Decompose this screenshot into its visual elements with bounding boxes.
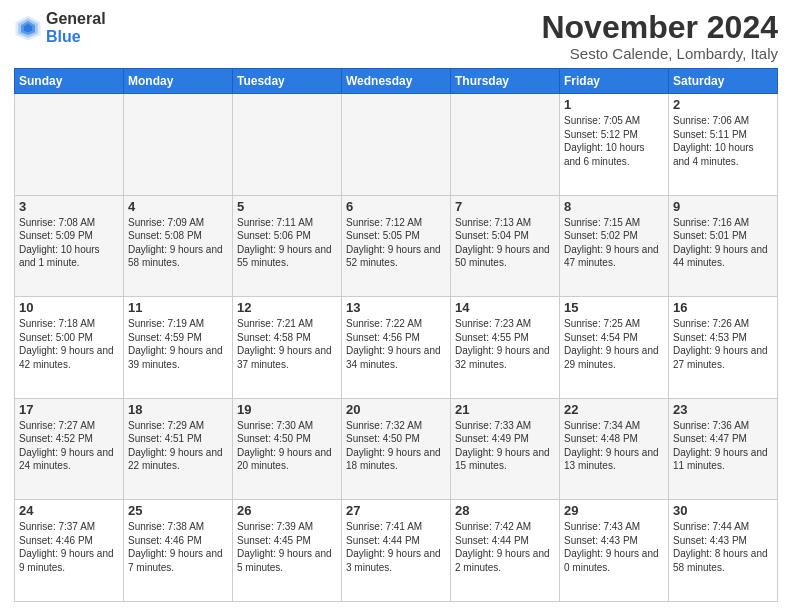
col-saturday: Saturday <box>669 69 778 94</box>
day-number: 16 <box>673 300 773 315</box>
header: General Blue November 2024 Sesto Calende… <box>14 10 778 62</box>
table-row: 24Sunrise: 7:37 AM Sunset: 4:46 PM Dayli… <box>15 500 124 602</box>
day-info: Sunrise: 7:09 AM Sunset: 5:08 PM Dayligh… <box>128 216 228 270</box>
table-row <box>15 94 124 196</box>
day-info: Sunrise: 7:34 AM Sunset: 4:48 PM Dayligh… <box>564 419 664 473</box>
table-row: 14Sunrise: 7:23 AM Sunset: 4:55 PM Dayli… <box>451 297 560 399</box>
day-info: Sunrise: 7:26 AM Sunset: 4:53 PM Dayligh… <box>673 317 773 371</box>
day-number: 10 <box>19 300 119 315</box>
day-number: 4 <box>128 199 228 214</box>
table-row: 16Sunrise: 7:26 AM Sunset: 4:53 PM Dayli… <box>669 297 778 399</box>
table-row: 4Sunrise: 7:09 AM Sunset: 5:08 PM Daylig… <box>124 195 233 297</box>
day-info: Sunrise: 7:39 AM Sunset: 4:45 PM Dayligh… <box>237 520 337 574</box>
day-info: Sunrise: 7:41 AM Sunset: 4:44 PM Dayligh… <box>346 520 446 574</box>
day-info: Sunrise: 7:13 AM Sunset: 5:04 PM Dayligh… <box>455 216 555 270</box>
table-row: 8Sunrise: 7:15 AM Sunset: 5:02 PM Daylig… <box>560 195 669 297</box>
day-number: 9 <box>673 199 773 214</box>
table-row: 5Sunrise: 7:11 AM Sunset: 5:06 PM Daylig… <box>233 195 342 297</box>
day-info: Sunrise: 7:33 AM Sunset: 4:49 PM Dayligh… <box>455 419 555 473</box>
day-info: Sunrise: 7:21 AM Sunset: 4:58 PM Dayligh… <box>237 317 337 371</box>
day-info: Sunrise: 7:44 AM Sunset: 4:43 PM Dayligh… <box>673 520 773 574</box>
table-row: 10Sunrise: 7:18 AM Sunset: 5:00 PM Dayli… <box>15 297 124 399</box>
day-number: 6 <box>346 199 446 214</box>
day-info: Sunrise: 7:23 AM Sunset: 4:55 PM Dayligh… <box>455 317 555 371</box>
col-monday: Monday <box>124 69 233 94</box>
day-number: 20 <box>346 402 446 417</box>
col-wednesday: Wednesday <box>342 69 451 94</box>
day-number: 17 <box>19 402 119 417</box>
logo-blue-text: Blue <box>46 28 106 46</box>
table-row <box>124 94 233 196</box>
calendar-table: Sunday Monday Tuesday Wednesday Thursday… <box>14 68 778 602</box>
day-number: 19 <box>237 402 337 417</box>
day-number: 3 <box>19 199 119 214</box>
table-row: 13Sunrise: 7:22 AM Sunset: 4:56 PM Dayli… <box>342 297 451 399</box>
col-sunday: Sunday <box>15 69 124 94</box>
calendar-week-row: 1Sunrise: 7:05 AM Sunset: 5:12 PM Daylig… <box>15 94 778 196</box>
table-row: 12Sunrise: 7:21 AM Sunset: 4:58 PM Dayli… <box>233 297 342 399</box>
col-thursday: Thursday <box>451 69 560 94</box>
table-row: 7Sunrise: 7:13 AM Sunset: 5:04 PM Daylig… <box>451 195 560 297</box>
page: General Blue November 2024 Sesto Calende… <box>0 0 792 612</box>
table-row: 20Sunrise: 7:32 AM Sunset: 4:50 PM Dayli… <box>342 398 451 500</box>
day-number: 15 <box>564 300 664 315</box>
day-number: 2 <box>673 97 773 112</box>
col-friday: Friday <box>560 69 669 94</box>
day-number: 7 <box>455 199 555 214</box>
day-number: 24 <box>19 503 119 518</box>
day-info: Sunrise: 7:08 AM Sunset: 5:09 PM Dayligh… <box>19 216 119 270</box>
table-row: 30Sunrise: 7:44 AM Sunset: 4:43 PM Dayli… <box>669 500 778 602</box>
day-number: 5 <box>237 199 337 214</box>
day-number: 25 <box>128 503 228 518</box>
calendar-header-row: Sunday Monday Tuesday Wednesday Thursday… <box>15 69 778 94</box>
logo-general-text: General <box>46 10 106 28</box>
logo-icon <box>14 14 42 42</box>
day-number: 13 <box>346 300 446 315</box>
day-info: Sunrise: 7:43 AM Sunset: 4:43 PM Dayligh… <box>564 520 664 574</box>
table-row: 23Sunrise: 7:36 AM Sunset: 4:47 PM Dayli… <box>669 398 778 500</box>
table-row: 26Sunrise: 7:39 AM Sunset: 4:45 PM Dayli… <box>233 500 342 602</box>
day-info: Sunrise: 7:25 AM Sunset: 4:54 PM Dayligh… <box>564 317 664 371</box>
table-row: 19Sunrise: 7:30 AM Sunset: 4:50 PM Dayli… <box>233 398 342 500</box>
day-info: Sunrise: 7:37 AM Sunset: 4:46 PM Dayligh… <box>19 520 119 574</box>
day-info: Sunrise: 7:42 AM Sunset: 4:44 PM Dayligh… <box>455 520 555 574</box>
table-row: 3Sunrise: 7:08 AM Sunset: 5:09 PM Daylig… <box>15 195 124 297</box>
day-number: 21 <box>455 402 555 417</box>
table-row: 6Sunrise: 7:12 AM Sunset: 5:05 PM Daylig… <box>342 195 451 297</box>
logo-text: General Blue <box>46 10 106 45</box>
day-number: 27 <box>346 503 446 518</box>
table-row <box>233 94 342 196</box>
day-info: Sunrise: 7:12 AM Sunset: 5:05 PM Dayligh… <box>346 216 446 270</box>
day-number: 1 <box>564 97 664 112</box>
day-number: 8 <box>564 199 664 214</box>
day-info: Sunrise: 7:05 AM Sunset: 5:12 PM Dayligh… <box>564 114 664 168</box>
table-row: 29Sunrise: 7:43 AM Sunset: 4:43 PM Dayli… <box>560 500 669 602</box>
table-row: 21Sunrise: 7:33 AM Sunset: 4:49 PM Dayli… <box>451 398 560 500</box>
day-number: 28 <box>455 503 555 518</box>
table-row: 25Sunrise: 7:38 AM Sunset: 4:46 PM Dayli… <box>124 500 233 602</box>
table-row: 15Sunrise: 7:25 AM Sunset: 4:54 PM Dayli… <box>560 297 669 399</box>
day-number: 30 <box>673 503 773 518</box>
table-row: 9Sunrise: 7:16 AM Sunset: 5:01 PM Daylig… <box>669 195 778 297</box>
col-tuesday: Tuesday <box>233 69 342 94</box>
page-subtitle: Sesto Calende, Lombardy, Italy <box>541 45 778 62</box>
day-info: Sunrise: 7:11 AM Sunset: 5:06 PM Dayligh… <box>237 216 337 270</box>
day-info: Sunrise: 7:30 AM Sunset: 4:50 PM Dayligh… <box>237 419 337 473</box>
table-row: 22Sunrise: 7:34 AM Sunset: 4:48 PM Dayli… <box>560 398 669 500</box>
table-row: 2Sunrise: 7:06 AM Sunset: 5:11 PM Daylig… <box>669 94 778 196</box>
table-row: 28Sunrise: 7:42 AM Sunset: 4:44 PM Dayli… <box>451 500 560 602</box>
day-number: 11 <box>128 300 228 315</box>
day-info: Sunrise: 7:38 AM Sunset: 4:46 PM Dayligh… <box>128 520 228 574</box>
title-block: November 2024 Sesto Calende, Lombardy, I… <box>541 10 778 62</box>
calendar-week-row: 24Sunrise: 7:37 AM Sunset: 4:46 PM Dayli… <box>15 500 778 602</box>
day-info: Sunrise: 7:36 AM Sunset: 4:47 PM Dayligh… <box>673 419 773 473</box>
table-row <box>342 94 451 196</box>
day-number: 29 <box>564 503 664 518</box>
calendar-week-row: 17Sunrise: 7:27 AM Sunset: 4:52 PM Dayli… <box>15 398 778 500</box>
page-title: November 2024 <box>541 10 778 45</box>
table-row: 17Sunrise: 7:27 AM Sunset: 4:52 PM Dayli… <box>15 398 124 500</box>
day-number: 18 <box>128 402 228 417</box>
day-info: Sunrise: 7:15 AM Sunset: 5:02 PM Dayligh… <box>564 216 664 270</box>
day-number: 14 <box>455 300 555 315</box>
day-info: Sunrise: 7:27 AM Sunset: 4:52 PM Dayligh… <box>19 419 119 473</box>
